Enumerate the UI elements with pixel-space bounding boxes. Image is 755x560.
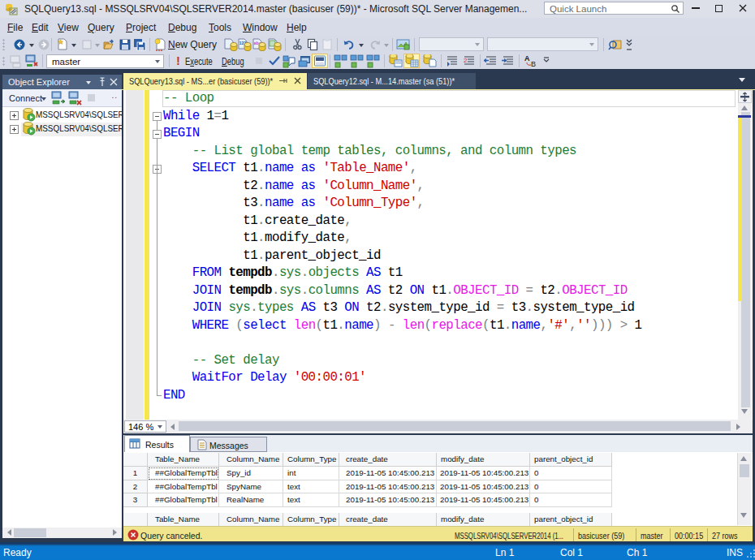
svg-text:A: A: [524, 54, 530, 62]
svg-text:B: B: [531, 60, 536, 68]
svg-text:2: 2: [464, 57, 468, 64]
